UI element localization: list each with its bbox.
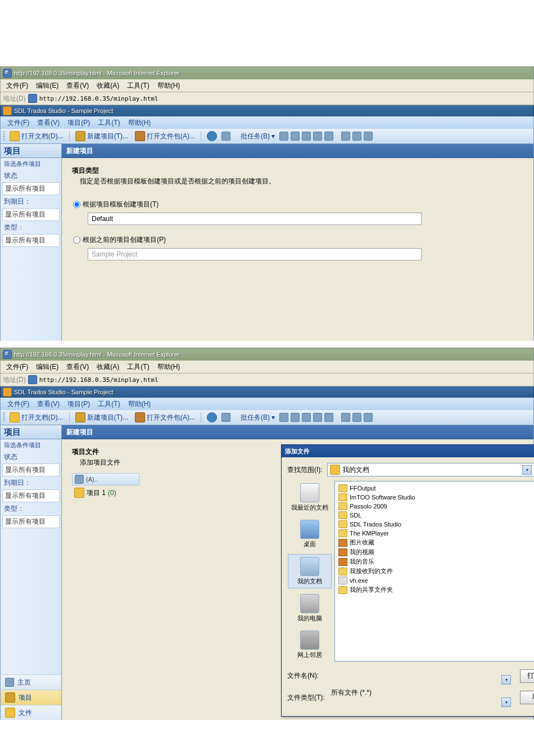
file-item[interactable]: 我的音乐 (337, 557, 534, 566)
ie-menu-tools[interactable]: 工具(T) (124, 361, 152, 373)
file-item[interactable]: 图片收藏 (337, 538, 534, 547)
ie-menubar[interactable]: 文件(F) 编辑(E) 查看(V) 收藏(A) 工具(T) 帮助(H) (0, 79, 534, 92)
trados-menu-help[interactable]: 帮助(H) (125, 398, 155, 410)
toolbar-icon[interactable] (279, 413, 288, 422)
trados-menu-view[interactable]: 查看(V) (34, 398, 63, 410)
ie-menu-help[interactable]: 帮助(H) (154, 361, 184, 373)
batch-task-button[interactable]: 批任务(B) ▾ (238, 412, 277, 424)
ie-menu-help[interactable]: 帮助(H) (154, 80, 184, 92)
toolbar-icon[interactable] (221, 413, 230, 422)
trados-menu-tools[interactable]: 工具(T) (94, 117, 123, 129)
ie-menu-view[interactable]: 查看(V) (63, 361, 92, 373)
radio-from-template[interactable] (73, 201, 80, 208)
toolbar-icon[interactable] (324, 413, 333, 422)
file-item[interactable]: SDL (337, 511, 534, 520)
file-list[interactable]: FFOutputImTOO Software StudioPassolo 200… (334, 481, 534, 662)
lookin-combo[interactable]: 我的文档 ▾ (327, 463, 534, 476)
toolbar-icon[interactable] (341, 132, 350, 141)
place-desktop[interactable]: 桌面 (288, 518, 331, 551)
chevron-down-icon[interactable]: ▾ (501, 698, 511, 707)
sidebar-type-value[interactable]: 显示所有项目 (2, 515, 60, 528)
trados-toolbar-1[interactable]: 打开文档(D)... 新建项目(T)... 打开文件包(A)... 批任务(B)… (0, 129, 534, 144)
file-item[interactable]: FFOutput (337, 484, 534, 493)
trados-menu-project[interactable]: 项目(P) (64, 117, 93, 129)
batch-task-button[interactable]: 批任务(B) ▾ (238, 130, 277, 142)
toolbar-icon[interactable] (352, 413, 361, 422)
place-network[interactable]: 网上邻居 (288, 628, 331, 662)
ie-url[interactable]: http://192.168.0.35/minplay.html (39, 376, 159, 384)
trados-menubar-2[interactable]: 文件(F) 查看(V) 项目(P) 工具(T) 帮助(H) (0, 398, 534, 410)
radio-template-row[interactable]: 根据项目模板创建项目(T) (73, 200, 523, 209)
help-button[interactable] (205, 130, 219, 142)
toolbar-icon[interactable] (302, 413, 311, 422)
sidebar-due-value[interactable]: 显示所有项目 (2, 208, 60, 221)
new-project-button[interactable]: 新建项目(T)... (73, 411, 130, 424)
toolbar-icon[interactable] (364, 132, 373, 141)
open-button[interactable]: 打开(O) (520, 669, 534, 683)
file-item[interactable]: Passolo 2009 (337, 502, 534, 511)
place-mydocs[interactable]: 我的文档 (288, 554, 332, 588)
ie-menu-view[interactable]: 查看(V) (63, 80, 92, 92)
trados-toolbar-2[interactable]: 打开文档(D)... 新建项目(T)... 打开文件包(A)... 批任务(B)… (0, 410, 534, 425)
nav-file[interactable]: 文件 (1, 705, 61, 720)
toolbar-icon[interactable] (364, 413, 373, 422)
cancel-button[interactable]: 取消 (520, 691, 534, 704)
sidebar-status-value[interactable]: 显示所有项目 (2, 464, 60, 476)
sidebar-due-value[interactable]: 显示所有项目 (2, 489, 60, 502)
file-item[interactable]: 我的共享文件夹 (337, 585, 534, 595)
place-recent[interactable]: 我最近的文档 (288, 481, 331, 514)
filename-combo[interactable]: ▾ (331, 667, 511, 685)
file-item[interactable]: SDL Trados Studio (337, 520, 534, 529)
open-doc-button[interactable]: 打开文档(D)... (7, 411, 66, 424)
toolbar-icon[interactable] (313, 413, 322, 422)
trados-menu-file[interactable]: 文件(F) (4, 117, 33, 129)
help-button[interactable] (205, 411, 219, 424)
ie-menu-tools[interactable]: 工具(T) (124, 80, 152, 92)
trados-menu-project[interactable]: 项目(P) (64, 398, 93, 410)
toolbar-icon[interactable] (302, 132, 311, 141)
ie-menubar-2[interactable]: 文件(F) 编辑(E) 查看(V) 收藏(A) 工具(T) 帮助(H) (0, 361, 534, 374)
file-item[interactable]: vh.exe (337, 576, 534, 585)
toolbar-icon[interactable] (279, 132, 288, 141)
open-doc-button[interactable]: 打开文档(D)... (7, 130, 66, 142)
place-mycomputer[interactable]: 我的电脑 (288, 592, 331, 625)
toolbar-icon[interactable] (341, 413, 350, 422)
ie-menu-edit[interactable]: 编辑(E) (33, 80, 62, 92)
ie-menu-file[interactable]: 文件(F) (3, 361, 31, 373)
sidebar-type-value[interactable]: 显示所有项目 (2, 234, 60, 247)
open-package-button[interactable]: 打开文件包(A)... (133, 411, 197, 424)
ie-menu-file[interactable]: 文件(F) (3, 80, 31, 92)
new-project-button[interactable]: 新建项目(T)... (73, 130, 130, 142)
tree-root-item[interactable]: 项目 1 (0) (72, 487, 139, 499)
trados-menu-help[interactable]: 帮助(H) (125, 117, 155, 129)
trados-menu-tools[interactable]: 工具(T) (94, 398, 123, 410)
file-item[interactable]: 我的视频 (337, 547, 534, 557)
sidebar-status-value[interactable]: 显示所有项目 (2, 182, 60, 195)
template-combo[interactable]: Default (88, 213, 422, 225)
nav-project[interactable]: 项目 (1, 690, 61, 705)
trados-menu-view[interactable]: 查看(V) (34, 117, 63, 129)
ie-menu-edit[interactable]: 编辑(E) (33, 361, 62, 373)
trados-menubar-1[interactable]: 文件(F) 查看(V) 项目(P) 工具(T) 帮助(H) (0, 116, 534, 129)
open-package-button[interactable]: 打开文件包(A)... (133, 130, 197, 142)
lookin-label: 查找范围(I): (287, 465, 323, 475)
radio-previous-row[interactable]: 根据之前的项目创建项目(P) (73, 235, 523, 245)
ie-menu-fav[interactable]: 收藏(A) (93, 80, 123, 92)
toolbar-icon[interactable] (352, 132, 361, 141)
file-item[interactable]: ImTOO Software Studio (337, 493, 534, 502)
toolbar-icon[interactable] (313, 132, 322, 141)
radio-from-previous[interactable] (73, 236, 80, 244)
chevron-down-icon[interactable]: ▾ (522, 465, 532, 475)
toolbar-icon[interactable] (291, 132, 300, 141)
filetype-combo[interactable]: 所有文件 (*.*)▾ (331, 688, 511, 707)
file-item[interactable]: The KMPlayer (337, 529, 534, 538)
toolbar-icon[interactable] (291, 413, 300, 422)
chevron-down-icon[interactable]: ▾ (501, 675, 511, 685)
toolbar-icon[interactable] (324, 132, 333, 141)
nav-home[interactable]: 主页 (1, 674, 61, 690)
file-item[interactable]: 我接收到的文件 (337, 566, 534, 576)
ie-url[interactable]: http://192.168.0.35/minplay.html (39, 95, 159, 102)
ie-menu-fav[interactable]: 收藏(A) (93, 361, 123, 373)
toolbar-icon[interactable] (221, 132, 230, 141)
trados-menu-file[interactable]: 文件(F) (4, 398, 33, 410)
